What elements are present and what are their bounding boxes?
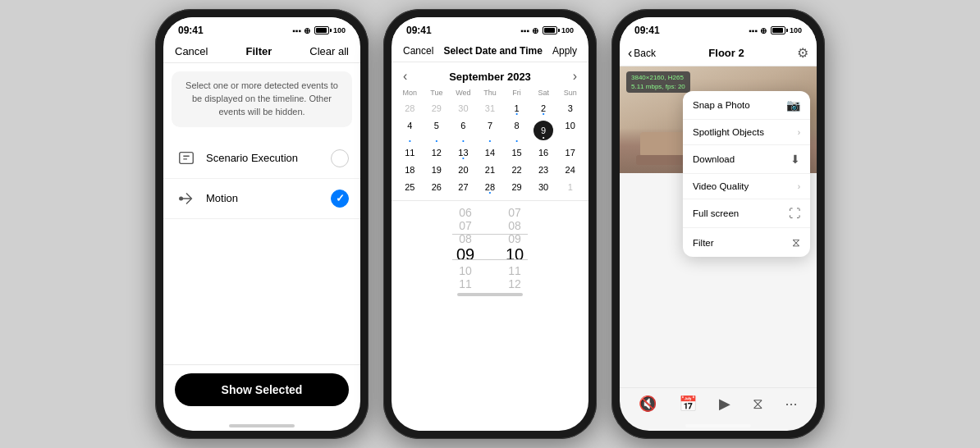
signal-icon-1: ▪▪▪ — [292, 26, 301, 35]
status-bar-1: 09:41 ▪▪▪ ⊕ 100 — [163, 17, 360, 40]
calendar-day[interactable]: 21 — [477, 162, 504, 178]
time-item: 06 — [441, 206, 490, 219]
time-item: 12 — [490, 277, 539, 288]
status-time-3: 09:41 — [634, 25, 660, 36]
calendar-day[interactable]: 9 — [530, 117, 557, 144]
selected-hour: 09 — [441, 245, 490, 264]
context-menu: Snap a Photo 📷 Spotlight Objects › Downl… — [683, 91, 810, 257]
calendar-day[interactable]: 30 — [530, 179, 557, 195]
clear-all-button[interactable]: Clear all — [309, 45, 349, 57]
calendar-day[interactable]: 27 — [450, 179, 477, 195]
calendar-day[interactable]: 23 — [530, 162, 557, 178]
prev-month-button[interactable]: ‹ — [403, 69, 407, 84]
play-icon[interactable]: ▶ — [719, 395, 730, 413]
svg-point-3 — [180, 197, 183, 200]
status-time-2: 09:41 — [406, 25, 432, 36]
download-icon: ⬇ — [790, 153, 800, 166]
motion-toggle[interactable] — [331, 190, 349, 208]
calendar-day[interactable]: 2 — [530, 100, 557, 117]
calendar-icon[interactable]: 📅 — [679, 395, 697, 413]
list-item: Scenario Execution — [163, 139, 360, 179]
video-quality-menu-item[interactable]: Video Quality › — [683, 174, 810, 199]
calendar-day[interactable]: 20 — [450, 162, 477, 178]
calendar-day[interactable]: 1 — [503, 100, 530, 117]
cancel-button-2[interactable]: Cancel — [403, 45, 433, 57]
calendar-day[interactable]: 25 — [396, 179, 424, 195]
fullscreen-menu-item[interactable]: Full screen ⛶ — [683, 199, 810, 228]
calendar-day[interactable]: 30 — [450, 100, 477, 117]
volume-icon[interactable]: 🔇 — [639, 395, 657, 413]
time-item: 11 — [490, 264, 539, 277]
filter-menu-item[interactable]: Filter ⧖ — [683, 228, 810, 257]
calendar-day[interactable]: 28 — [396, 100, 424, 117]
spotlight-label: Spotlight Objects — [693, 127, 764, 137]
select-datetime-title: Select Date and Time — [443, 45, 543, 57]
calendar-day[interactable]: 18 — [396, 162, 424, 178]
funnel-icon[interactable]: ⧖ — [753, 395, 763, 413]
floor-title: Floor 2 — [708, 47, 744, 59]
time-picker[interactable]: 06 07 08 09 10 11 12 07 08 09 10 11 12 1… — [403, 206, 577, 288]
settings-icon[interactable]: ⚙ — [797, 45, 808, 61]
chevron-right-icon: › — [798, 128, 800, 137]
minute-column[interactable]: 07 08 09 10 11 12 13 — [490, 206, 539, 288]
calendar-day[interactable]: 4 — [396, 117, 424, 144]
calendar-day[interactable]: 12 — [424, 144, 451, 161]
motion-icon — [175, 187, 198, 210]
status-bar-2: 09:41 ▪▪▪ ⊕ 100 — [392, 17, 588, 40]
calendar-day[interactable]: 31 — [477, 100, 504, 117]
time-item: 09 — [490, 232, 539, 245]
calendar-day[interactable]: 29 — [503, 179, 530, 195]
calendar-day[interactable]: 16 — [530, 144, 557, 161]
phone2-screen: 09:41 ▪▪▪ ⊕ 100 Cancel Select Date and T… — [392, 17, 588, 431]
calendar-day[interactable]: 11 — [396, 144, 424, 161]
calendar-day[interactable]: 5 — [424, 117, 451, 144]
calendar-day[interactable]: 10 — [556, 117, 584, 144]
calendar-day[interactable]: 8 — [503, 117, 530, 144]
list-item: Motion — [163, 179, 360, 219]
video-quality-label: Video Quality — [693, 181, 749, 191]
show-selected-button[interactable]: Show Selected — [175, 373, 349, 406]
calendar-day[interactable]: 17 — [556, 144, 584, 161]
calendar-day[interactable]: 29 — [424, 100, 451, 117]
back-chevron-icon: ‹ — [628, 46, 632, 61]
camera-badge-line1: 3840×2160, H265 — [631, 73, 685, 82]
apply-button[interactable]: Apply — [552, 45, 577, 57]
calendar-day[interactable]: 3 — [556, 100, 584, 117]
events-list: Scenario Execution Motion — [163, 135, 360, 364]
wifi-icon-2: ⊕ — [532, 26, 538, 35]
svg-rect-0 — [180, 152, 194, 163]
calendar-grid: Mon Tue Wed Thu Fri Sat Sun 282930311234… — [392, 87, 588, 195]
next-month-button[interactable]: › — [573, 69, 577, 84]
day-header-wed: Wed — [450, 87, 477, 98]
back-button[interactable]: ‹ Back — [628, 46, 656, 61]
chevron-right-icon-2: › — [798, 182, 800, 191]
calendar-day[interactable]: 19 — [424, 162, 451, 178]
scenario-toggle[interactable] — [331, 149, 349, 167]
battery-icon-2 — [543, 26, 557, 34]
cancel-button-1[interactable]: Cancel — [175, 45, 208, 57]
calendar-day[interactable]: 22 — [503, 162, 530, 178]
calendar-day[interactable]: 1 — [556, 179, 584, 195]
home-indicator-1 — [229, 424, 295, 427]
calendar-day[interactable]: 28 — [477, 179, 504, 195]
calendar-day[interactable]: 14 — [477, 144, 504, 161]
calendar-day[interactable]: 26 — [424, 179, 451, 195]
phone1-nav: Cancel Filter Clear all — [163, 40, 360, 63]
fullscreen-icon: ⛶ — [789, 207, 800, 220]
calendar-day[interactable]: 15 — [503, 144, 530, 161]
spotlight-menu-item[interactable]: Spotlight Objects › — [683, 120, 810, 145]
snap-photo-menu-item[interactable]: Snap a Photo 📷 — [683, 91, 810, 120]
calendar-day[interactable]: 13 — [450, 144, 477, 161]
phone-filter: 09:41 ▪▪▪ ⊕ 100 Cancel Filter Clear all … — [155, 9, 369, 439]
download-menu-item[interactable]: Download ⬇ — [683, 145, 810, 174]
hour-column[interactable]: 06 07 08 09 10 11 12 — [441, 206, 490, 288]
calendar-day[interactable]: 7 — [477, 117, 504, 144]
more-icon[interactable]: ··· — [785, 395, 798, 413]
phone3-screen: 09:41 ▪▪▪ ⊕ 100 ‹ Back Floor 2 ⚙ — [620, 17, 817, 431]
calendar-day[interactable]: 24 — [556, 162, 584, 178]
day-header-fri: Fri — [503, 87, 530, 98]
day-header-thu: Thu — [477, 87, 504, 98]
signal-icon-2: ▪▪▪ — [520, 26, 529, 35]
calendar-header: ‹ September 2023 › — [392, 62, 588, 87]
calendar-day[interactable]: 6 — [450, 117, 477, 144]
